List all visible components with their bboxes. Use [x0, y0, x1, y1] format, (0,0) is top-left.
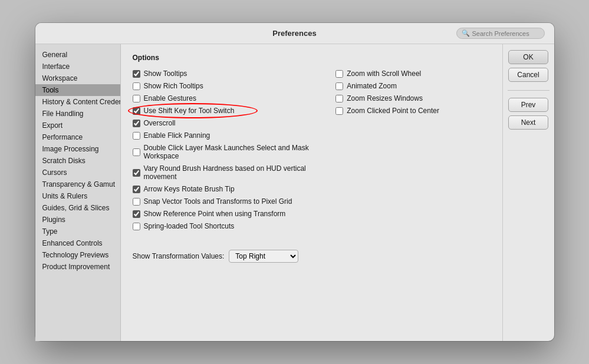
title-bar: Preferences 🔍	[35, 23, 554, 44]
checkbox-show-tooltips: Show Tooltips	[133, 68, 318, 80]
search-box[interactable]: 🔍	[456, 28, 545, 39]
sidebar-item-general[interactable]: General	[35, 49, 120, 61]
sidebar-item-workspace[interactable]: Workspace	[35, 72, 120, 84]
sidebar-item-performance[interactable]: Performance	[35, 131, 120, 143]
search-icon: 🔍	[462, 29, 470, 37]
checkbox-overscroll-input[interactable]	[133, 120, 140, 127]
checkbox-arrow-keys-label: Arrow Keys Rotate Brush Tip	[144, 185, 235, 193]
checkbox-double-click-layer-input[interactable]	[133, 148, 140, 156]
checkbox-enable-gestures-label: Enable Gestures	[144, 94, 196, 102]
checkbox-vary-round-brush-input[interactable]	[133, 169, 140, 177]
checkbox-enable-gestures: Enable Gestures	[133, 92, 318, 104]
checkbox-spring-loaded-input[interactable]	[133, 223, 140, 230]
button-panel: OK Cancel Prev Next	[502, 44, 554, 341]
checkbox-use-shift-key-input[interactable]	[133, 107, 140, 115]
checkbox-show-reference-point: Show Reference Point when using Transfor…	[133, 208, 318, 220]
checkbox-snap-vector: Snap Vector Tools and Transforms to Pixe…	[133, 196, 318, 207]
checkbox-animated-zoom-input[interactable]	[335, 82, 343, 90]
checkbox-spring-loaded-label: Spring-loaded Tool Shortcuts	[144, 222, 235, 230]
checkbox-zoom-clicked-point: Zoom Clicked Point to Center	[335, 105, 490, 117]
dialog-body: GeneralInterfaceWorkspaceToolsHistory & …	[35, 44, 554, 341]
right-options: Zoom with Scroll Wheel Animated Zoom Zoo…	[335, 68, 490, 232]
checkbox-flick-panning-input[interactable]	[133, 132, 140, 140]
cancel-button[interactable]: Cancel	[508, 68, 548, 82]
sidebar-item-history---content-credentials[interactable]: History & Content Credentials	[35, 96, 120, 108]
checkbox-double-click-layer-label: Double Click Layer Mask Launches Select …	[144, 144, 318, 160]
sidebar-item-scratch-disks[interactable]: Scratch Disks	[35, 155, 120, 167]
sidebar-item-cursors[interactable]: Cursors	[35, 167, 120, 178]
checkbox-animated-zoom-label: Animated Zoom	[347, 82, 397, 90]
preferences-dialog: Preferences 🔍 GeneralInterfaceWorkspaceT…	[35, 23, 554, 341]
bottom-row: Show Transformation Values: Top Right To…	[133, 244, 491, 263]
sidebar-item-tools[interactable]: Tools	[35, 84, 120, 96]
sidebar-item-enhanced-controls[interactable]: Enhanced Controls	[35, 237, 120, 249]
checkbox-flick-panning: Enable Flick Panning	[133, 130, 318, 141]
checkbox-use-shift-key-label: Use Shift Key for Tool Switch	[144, 107, 235, 115]
checkbox-show-reference-point-label: Show Reference Point when using Transfor…	[144, 210, 286, 218]
next-button[interactable]: Next	[508, 115, 548, 130]
checkbox-show-reference-point-input[interactable]	[133, 210, 140, 218]
transformation-label: Show Transformation Values:	[133, 252, 225, 260]
left-options: Show Tooltips Show Rich Tooltips Enable …	[133, 68, 318, 232]
sidebar-item-file-handling[interactable]: File Handling	[35, 108, 120, 120]
checkbox-overscroll-label: Overscroll	[144, 119, 176, 127]
button-divider	[508, 90, 549, 91]
checkbox-show-rich-tooltips-input[interactable]	[133, 82, 140, 90]
dialog-title: Preferences	[272, 29, 316, 38]
checkbox-snap-vector-label: Snap Vector Tools and Transforms to Pixe…	[144, 197, 292, 206]
sidebar-item-product-improvement[interactable]: Product Improvement	[35, 261, 120, 273]
sidebar-item-export[interactable]: Export	[35, 120, 120, 131]
checkbox-show-rich-tooltips: Show Rich Tooltips	[133, 80, 318, 92]
checkbox-vary-round-brush-label: Vary Round Brush Hardness based on HUD v…	[144, 164, 318, 181]
checkbox-double-click-layer: Double Click Layer Mask Launches Select …	[133, 142, 318, 162]
sidebar-item-transparency---gamut[interactable]: Transparency & Gamut	[35, 178, 120, 190]
sidebar: GeneralInterfaceWorkspaceToolsHistory & …	[35, 44, 121, 341]
checkbox-zoom-scroll: Zoom with Scroll Wheel	[335, 68, 490, 80]
sidebar-item-units---rulers[interactable]: Units & Rulers	[35, 190, 120, 202]
checkbox-animated-zoom: Animated Zoom	[335, 80, 490, 92]
checkbox-enable-gestures-input[interactable]	[133, 95, 140, 102]
checkbox-overscroll: Overscroll	[133, 117, 318, 129]
options-label: Options	[133, 54, 491, 62]
search-input[interactable]	[472, 30, 539, 37]
checkbox-show-tooltips-label: Show Tooltips	[144, 70, 187, 78]
checkbox-use-shift-key: Use Shift Key for Tool Switch	[133, 105, 318, 117]
ok-button[interactable]: OK	[508, 50, 548, 64]
checkbox-arrow-keys-input[interactable]	[133, 186, 140, 193]
sidebar-item-guides--grid---slices[interactable]: Guides, Grid & Slices	[35, 202, 120, 214]
checkbox-zoom-clicked-point-label: Zoom Clicked Point to Center	[347, 107, 439, 115]
sidebar-item-technology-previews[interactable]: Technology Previews	[35, 249, 120, 261]
main-content: Options Show Tooltips Show Rich Tooltips…	[121, 44, 502, 341]
checkbox-zoom-scroll-input[interactable]	[335, 70, 343, 78]
sidebar-item-interface[interactable]: Interface	[35, 61, 120, 72]
checkbox-zoom-scroll-label: Zoom with Scroll Wheel	[347, 70, 421, 78]
prev-button[interactable]: Prev	[508, 98, 548, 112]
checkbox-zoom-resizes-input[interactable]	[335, 95, 343, 102]
sidebar-item-image-processing[interactable]: Image Processing	[35, 143, 120, 155]
sidebar-item-plugins[interactable]: Plugins	[35, 214, 120, 226]
checkbox-snap-vector-input[interactable]	[133, 198, 140, 206]
checkbox-flick-panning-label: Enable Flick Panning	[144, 131, 210, 140]
checkbox-vary-round-brush: Vary Round Brush Hardness based on HUD v…	[133, 163, 318, 183]
checkbox-zoom-clicked-point-input[interactable]	[335, 107, 343, 115]
checkbox-arrow-keys: Arrow Keys Rotate Brush Tip	[133, 183, 318, 195]
checkbox-show-rich-tooltips-label: Show Rich Tooltips	[144, 82, 203, 90]
sidebar-item-type[interactable]: Type	[35, 226, 120, 237]
checkbox-spring-loaded: Spring-loaded Tool Shortcuts	[133, 220, 318, 232]
checkbox-zoom-resizes-label: Zoom Resizes Windows	[347, 94, 423, 102]
checkbox-zoom-resizes: Zoom Resizes Windows	[335, 92, 490, 104]
checkbox-show-tooltips-input[interactable]	[133, 70, 140, 78]
transformation-select[interactable]: Top Right Top Left Bottom Right Bottom L…	[229, 250, 298, 263]
